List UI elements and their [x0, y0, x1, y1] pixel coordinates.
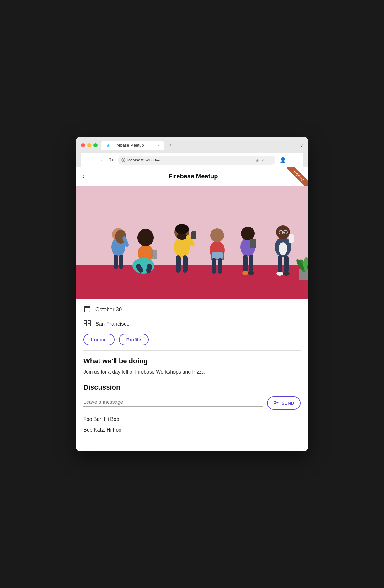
- svg-rect-1: [76, 265, 308, 299]
- close-traffic-light[interactable]: [81, 143, 85, 147]
- svg-rect-28: [212, 252, 223, 259]
- calendar-icon: [83, 305, 91, 314]
- action-buttons: Logout Profile: [83, 334, 301, 345]
- message-item: Foo Bar: Hi Bob!: [83, 416, 301, 423]
- minimize-traffic-light[interactable]: [87, 143, 91, 147]
- svg-rect-34: [243, 255, 248, 272]
- svg-rect-33: [250, 239, 256, 248]
- date-row: October 30: [83, 305, 301, 314]
- divider: [83, 350, 301, 351]
- security-icon: ⓘ: [121, 157, 125, 163]
- svg-rect-24: [191, 231, 196, 239]
- new-tab-btn[interactable]: +: [167, 142, 175, 149]
- send-label: SEND: [281, 401, 294, 406]
- hero-illustration: [76, 186, 308, 299]
- svg-rect-53: [84, 306, 90, 312]
- browser-window: Firebase Meetup × + ∨ ← → ↻ ⓘ localhost:…: [76, 137, 308, 451]
- svg-rect-44: [289, 234, 294, 243]
- hero-image: [76, 186, 308, 299]
- doing-title: What we'll be doing: [83, 357, 301, 365]
- svg-rect-57: [84, 320, 87, 323]
- svg-rect-29: [212, 258, 216, 274]
- send-icon: [273, 400, 279, 407]
- doing-body: Join us for a day full of Firebase Works…: [83, 368, 301, 376]
- title-bar: Firebase Meetup × + ∨: [81, 141, 303, 150]
- profile-btn[interactable]: Profile: [119, 334, 149, 345]
- forward-nav-btn[interactable]: →: [96, 156, 105, 164]
- svg-rect-30: [218, 258, 222, 274]
- svg-rect-59: [84, 323, 87, 326]
- svg-rect-58: [88, 320, 90, 323]
- svg-rect-22: [183, 255, 188, 273]
- message-input[interactable]: [83, 399, 263, 405]
- svg-rect-45: [278, 255, 282, 273]
- event-location: San Francisco: [95, 321, 130, 327]
- tab-title: Firebase Meetup: [113, 143, 144, 148]
- svg-rect-7: [119, 255, 123, 269]
- browser-toolbar: ← → ↻ ⓘ localhost:52333/#/ ⎋ ☆ ▭ 👤 ⋮: [81, 153, 303, 167]
- discussion-title: Discussion: [83, 383, 301, 391]
- svg-point-47: [276, 272, 283, 276]
- svg-rect-43: [282, 232, 285, 233]
- app-back-btn[interactable]: ‹: [82, 172, 84, 181]
- logout-btn[interactable]: Logout: [83, 334, 115, 345]
- active-tab[interactable]: Firebase Meetup ×: [101, 141, 164, 150]
- svg-point-19: [175, 224, 189, 234]
- svg-rect-6: [114, 255, 118, 269]
- event-date: October 30: [95, 307, 122, 313]
- address-bar-icons: ⎋ ☆ ▭: [256, 158, 272, 163]
- svg-rect-35: [249, 255, 253, 272]
- refresh-nav-btn[interactable]: ↻: [107, 156, 115, 164]
- address-text: localhost:52333/#/: [127, 158, 254, 162]
- back-nav-btn[interactable]: ←: [85, 156, 93, 164]
- flutter-icon: [106, 143, 111, 148]
- svg-rect-16: [151, 250, 157, 259]
- svg-point-37: [248, 271, 254, 275]
- app-content: ‹ Firebase Meetup DEBUG: [76, 167, 308, 451]
- event-details: October 30 San Francisco Logout Profile: [76, 299, 308, 451]
- menu-btn[interactable]: ⋮: [291, 156, 299, 164]
- svg-point-20: [177, 234, 187, 240]
- svg-point-39: [279, 242, 287, 255]
- address-bar[interactable]: ⓘ localhost:52333/#/ ⎋ ☆ ▭: [118, 156, 275, 165]
- message-input-row: SEND: [83, 396, 301, 410]
- tab-bar: Firebase Meetup × + ∨: [101, 141, 303, 150]
- tab-dropdown-btn[interactable]: ∨: [300, 143, 303, 148]
- maximize-traffic-light[interactable]: [93, 143, 98, 147]
- svg-rect-0: [76, 186, 308, 265]
- send-btn[interactable]: SEND: [267, 396, 301, 410]
- svg-point-48: [283, 272, 290, 276]
- svg-rect-60: [88, 323, 90, 326]
- tab-close-btn[interactable]: ×: [157, 143, 160, 148]
- location-icon: [83, 319, 91, 329]
- svg-rect-21: [176, 255, 181, 273]
- svg-point-26: [210, 228, 224, 242]
- account-btn[interactable]: 👤: [278, 156, 288, 164]
- messages-list: Foo Bar: Hi Bob! Bob Katz: Hi Foo!: [83, 416, 301, 445]
- bookmark-icon[interactable]: ☆: [261, 158, 265, 163]
- app-title: Firebase Meetup: [84, 173, 302, 180]
- location-row: San Francisco: [83, 319, 301, 329]
- message-input-wrap[interactable]: [83, 399, 263, 407]
- traffic-lights: [81, 143, 98, 147]
- svg-point-32: [241, 227, 255, 240]
- svg-point-36: [242, 271, 248, 275]
- browser-chrome: Firebase Meetup × + ∨ ← → ↻ ⓘ localhost:…: [76, 137, 308, 167]
- svg-point-12: [137, 229, 154, 246]
- share-icon[interactable]: ⎋: [256, 158, 259, 163]
- sidebar-icon[interactable]: ▭: [268, 158, 272, 163]
- message-item: Bob Katz: Hi Foo!: [83, 427, 301, 433]
- app-header: ‹ Firebase Meetup DEBUG: [76, 167, 308, 186]
- svg-rect-46: [284, 255, 289, 273]
